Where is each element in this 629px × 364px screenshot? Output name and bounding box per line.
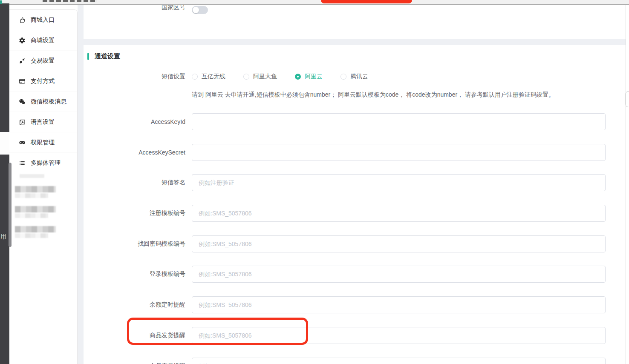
radio-label: 阿里云 [305, 73, 323, 80]
annotation-red-bar [321, 0, 412, 3]
sidebar-item-label: 权限管理 [31, 139, 55, 146]
redacted-text-line [15, 186, 56, 192]
sidebar-item-6[interactable]: 语言设置 [9, 112, 77, 132]
form-row-2: AccessKeySecret [84, 144, 626, 161]
helper-text: 请到 阿里云 去申请开通,短信模板中必须包含number； 阿里云默认模板为co… [192, 91, 626, 99]
field-label: 余额定时提醒 [84, 301, 185, 309]
field-label: AccessKeySecret [84, 149, 185, 156]
sidebar-item-label: 语言设置 [31, 118, 55, 126]
translate-icon [19, 119, 26, 126]
field-input[interactable] [192, 358, 606, 364]
channel-settings-section: 通道设置 短信设置 互亿无线阿里大鱼阿里云腾讯云 请到 阿里云 去申请开通,短信… [84, 45, 626, 364]
sms-provider-row: 短信设置 互亿无线阿里大鱼阿里云腾讯云 [84, 72, 626, 81]
section-title: 通道设置 [95, 52, 120, 60]
radio-unselected-icon [192, 74, 198, 80]
radio-provider-2[interactable]: 阿里大鱼 [243, 73, 277, 80]
content-gutter [78, 5, 84, 364]
field-label: AccessKeyId [84, 118, 185, 125]
sidebar-item-3[interactable]: 交易设置 [9, 51, 77, 71]
section-title-row: 通道设置 [87, 52, 626, 60]
field-input[interactable] [192, 266, 606, 283]
redacted-text-line [15, 233, 48, 238]
radio-provider-1[interactable]: 互亿无线 [192, 73, 225, 80]
field-input-wrap [192, 235, 606, 252]
sidebar-item-2[interactable]: 商城设置 [9, 30, 77, 51]
form-row-6: 登录模板编号 [84, 266, 626, 283]
redacted-text-line [15, 206, 56, 212]
radio-provider-3[interactable]: 阿里云 [295, 73, 323, 80]
gamepad-icon [19, 139, 26, 146]
field-input[interactable] [192, 235, 606, 252]
section-divider-band [84, 39, 626, 45]
form-row-7: 余额定时提醒 [84, 296, 626, 313]
field-input[interactable] [192, 296, 606, 313]
sidebar-menu: 商城入口商城设置交易设置支付方式微信模板消息语言设置权限管理多媒体管理 [9, 10, 77, 173]
field-input-wrap [192, 144, 606, 161]
sidebar-item-label: 交易设置 [31, 57, 55, 65]
toggle-knob [193, 7, 199, 13]
radio-selected-icon [295, 74, 301, 80]
field-input[interactable] [192, 174, 606, 191]
form-row-3: 短信签名 [84, 174, 626, 191]
credit-card-icon [19, 78, 26, 85]
redacted-sidebar-item[interactable] [15, 206, 77, 218]
redacted-text-line [15, 193, 48, 198]
sms-setting-label: 短信设置 [84, 73, 185, 80]
redacted-menu-items [9, 186, 77, 238]
field-input-wrap [192, 327, 606, 344]
field-input[interactable] [192, 205, 606, 222]
page-scrollbar-remnant[interactable] [625, 91, 629, 107]
form-row-5: 找回密码模板编号 [84, 235, 626, 252]
form-row-9: 会员充值提醒 [84, 358, 626, 364]
sidebar-item-label: 商城设置 [31, 37, 55, 44]
field-input-wrap [192, 174, 606, 191]
radio-provider-4[interactable]: 腾讯云 [340, 73, 368, 80]
field-label: 短信签名 [84, 179, 185, 186]
arrows-inward-icon [19, 57, 26, 64]
radio-label: 互亿无线 [202, 73, 225, 80]
sidebar-item-7[interactable]: 权限管理 [9, 132, 77, 153]
rail-partial-text: 用 [0, 233, 6, 241]
field-input-wrap [192, 205, 606, 222]
content-right-border [626, 5, 626, 364]
sidebar-item-label: 多媒体管理 [31, 159, 61, 167]
sidebar-item-label: 商城入口 [31, 16, 55, 24]
sms-provider-radio-group: 互亿无线阿里大鱼阿里云腾讯云 [192, 73, 386, 80]
field-label: 登录模板编号 [84, 270, 185, 278]
field-label: 会员充值提醒 [84, 362, 185, 364]
page: 用 商城入口商城设置交易设置支付方式微信模板消息语言设置权限管理多媒体管理 国家… [0, 0, 629, 364]
sidebar-item-label: 支付方式 [31, 77, 55, 85]
window-top-strip [0, 0, 629, 5]
country-code-toggle[interactable] [192, 6, 208, 14]
form-row-8: 商品发货提醒 [84, 327, 626, 344]
redacted-sidebar-item[interactable] [15, 226, 77, 238]
sms-settings-form: AccessKeyIdAccessKeySecret短信签名注册模板编号找回密码… [84, 113, 626, 364]
country-code-label: 国家区号 [84, 5, 185, 11]
field-label: 注册模板编号 [84, 209, 185, 217]
sidebar-item-5[interactable]: 微信模板消息 [9, 92, 77, 112]
field-input[interactable] [192, 327, 606, 344]
radio-label: 阿里大鱼 [253, 73, 277, 80]
thumb-up-icon [19, 17, 26, 23]
sidebar-item-8[interactable]: 多媒体管理 [9, 153, 77, 173]
rail-white-gap [0, 132, 9, 155]
field-input-wrap [192, 266, 606, 283]
form-row-1: AccessKeyId [84, 113, 626, 130]
sidebar-item-1[interactable]: 商城入口 [9, 10, 77, 30]
field-label: 商品发货提醒 [84, 332, 185, 339]
sidebar-scrollbar-thumb[interactable] [9, 163, 12, 247]
field-label: 找回密码模板编号 [84, 240, 185, 248]
redacted-sidebar-item[interactable] [15, 186, 77, 198]
sidebar-item-4[interactable]: 支付方式 [9, 71, 77, 92]
gear-icon [19, 37, 26, 44]
left-dark-rail: 用 [0, 3, 9, 364]
radio-unselected-icon [243, 74, 249, 80]
field-input-wrap [192, 113, 606, 130]
field-input[interactable] [192, 113, 606, 130]
country-code-section: 国家区号 [84, 5, 626, 39]
form-row-4: 注册模板编号 [84, 205, 626, 222]
field-input[interactable] [192, 144, 606, 161]
title-accent-bar [87, 53, 89, 60]
clipped-tab-title-fragment [43, 0, 97, 2]
field-input-wrap [192, 358, 606, 364]
